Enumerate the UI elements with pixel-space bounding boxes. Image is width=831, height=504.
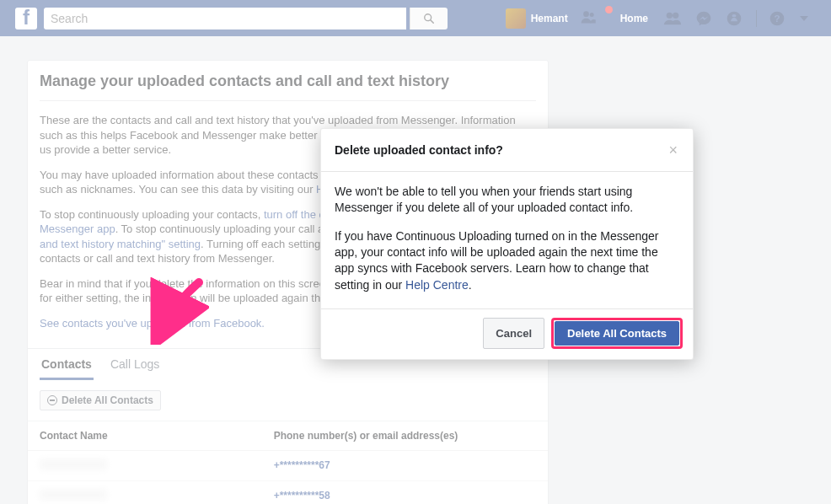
- modal-close-button[interactable]: ×: [667, 141, 679, 159]
- delete-all-contacts-confirm-button[interactable]: Delete All Contacts: [555, 321, 679, 346]
- modal-para-2: If you have Continuous Uploading turned …: [335, 228, 679, 293]
- close-icon: ×: [668, 142, 678, 158]
- modal-title: Delete uploaded contact info?: [335, 143, 667, 157]
- modal-para-1: We won't be able to tell you when your f…: [335, 184, 679, 217]
- confirm-highlight: Delete All Contacts: [551, 318, 683, 349]
- cancel-button[interactable]: Cancel: [483, 318, 544, 349]
- modal-help-centre-link[interactable]: Help Centre: [405, 278, 469, 292]
- delete-contacts-modal: Delete uploaded contact info? × We won't…: [320, 128, 694, 360]
